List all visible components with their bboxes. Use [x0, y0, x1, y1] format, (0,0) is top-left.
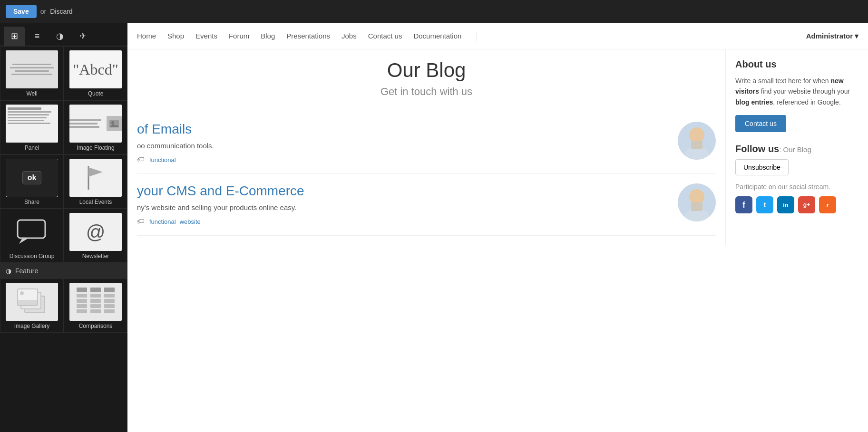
well-preview — [6, 50, 58, 88]
local-events-preview — [69, 159, 122, 197]
nav-forum[interactable]: Forum — [229, 32, 249, 40]
local-events-label: Local Events — [79, 199, 112, 205]
newsletter-label: Newsletter — [82, 253, 109, 259]
post-2-content: your CMS and E-Commerce ny's website and… — [137, 183, 668, 226]
snippet-newsletter[interactable]: @ Newsletter — [64, 209, 127, 263]
post-1-tags: 🏷 functional — [137, 155, 668, 164]
nav-home[interactable]: Home — [137, 32, 156, 40]
discussion-group-preview — [6, 213, 58, 251]
blog-post-1: of Emails oo communication tools. 🏷 func… — [137, 112, 716, 174]
nav-documentation[interactable]: Documentation — [413, 32, 461, 40]
share-preview: ok — [6, 159, 58, 197]
comparisons-label: Comparisons — [79, 323, 113, 329]
participate-text: Participate on our social stream. — [735, 183, 858, 191]
nav-admin[interactable]: Administrator ▾ — [806, 32, 858, 40]
blog-sidebar: About us Write a small text here for whe… — [725, 49, 858, 245]
post-2-avatar — [678, 183, 716, 221]
blog-title: Our Blog — [137, 59, 716, 82]
contact-us-button[interactable]: Contact us — [735, 115, 786, 132]
tab-send[interactable]: ✈ — [72, 27, 93, 46]
unsubscribe-button[interactable]: Unsubscribe — [735, 159, 789, 175]
nav-events[interactable]: Events — [195, 32, 217, 40]
nav-presentations[interactable]: Presentations — [286, 32, 330, 40]
linkedin-icon[interactable]: in — [777, 196, 794, 213]
about-text: Write a small text here for when new vis… — [735, 76, 858, 107]
ok-icon: ok — [22, 171, 42, 184]
comparisons-preview — [69, 283, 122, 321]
svg-point-31 — [689, 189, 704, 204]
post-1-title[interactable]: of Emails — [137, 122, 668, 137]
main-content: Home Shop Events Forum Blog Presentation… — [127, 23, 868, 432]
image-floating-label: Image Floating — [77, 144, 114, 151]
tab-chart[interactable]: ◑ — [49, 27, 70, 46]
nav-shop[interactable]: Shop — [167, 32, 184, 40]
follow-subtitle: : Our Blog — [779, 145, 811, 154]
svg-rect-18 — [90, 299, 101, 303]
svg-rect-11 — [77, 288, 87, 292]
svg-point-27 — [689, 127, 704, 143]
svg-rect-12 — [77, 294, 87, 298]
svg-rect-4 — [18, 220, 45, 238]
svg-rect-20 — [90, 309, 101, 313]
about-title: About us — [735, 59, 858, 70]
svg-rect-25 — [104, 309, 115, 313]
snippet-local-events[interactable]: Local Events — [64, 154, 127, 209]
discard-button[interactable]: Discard — [50, 8, 72, 15]
nav-jobs[interactable]: Jobs — [341, 32, 357, 40]
or-label: or — [40, 8, 46, 15]
social-icons: f t in g+ r — [735, 196, 858, 213]
tag-icon-2: 🏷 — [137, 217, 145, 226]
follow-us-section: Follow us: Our Blog — [735, 144, 858, 154]
post-2-desc: ny's website and selling your products o… — [137, 203, 668, 211]
svg-rect-14 — [77, 304, 87, 308]
snippet-image-gallery[interactable]: Image Gallery — [0, 278, 64, 333]
image-floating-preview — [69, 105, 122, 143]
snippet-quote[interactable]: "Abcd" Quote — [64, 46, 127, 100]
snippet-comparisons[interactable]: Comparisons — [64, 278, 127, 333]
nav-blog[interactable]: Blog — [261, 32, 275, 40]
tab-layout[interactable]: ⊞ — [4, 27, 25, 46]
svg-rect-16 — [90, 288, 101, 292]
tag-icon-1: 🏷 — [137, 155, 145, 164]
snippet-share[interactable]: ok Share — [0, 154, 64, 209]
snippet-panel[interactable]: Panel — [0, 100, 64, 154]
feature-label: Feature — [15, 267, 38, 275]
googleplus-icon[interactable]: g+ — [798, 196, 815, 213]
snippet-image-floating[interactable]: Image Floating — [64, 100, 127, 154]
feature-section-header: ◑ Feature — [0, 263, 127, 278]
snippet-discussion-group[interactable]: Discussion Group — [0, 209, 64, 263]
newsletter-preview: @ — [69, 213, 122, 251]
svg-rect-13 — [77, 299, 87, 303]
admin-chevron: ▾ — [855, 32, 858, 40]
post-1-avatar — [678, 122, 716, 160]
post-2-tag-website[interactable]: website — [180, 218, 201, 225]
snippet-well[interactable]: Well — [0, 46, 64, 100]
svg-rect-24 — [104, 304, 115, 308]
svg-rect-29 — [691, 141, 702, 149]
at-icon: @ — [86, 221, 106, 243]
nav-contact-us[interactable]: Contact us — [368, 32, 402, 40]
twitter-icon[interactable]: t — [756, 196, 773, 213]
top-bar: Save or Discard — [0, 0, 868, 23]
rss-icon[interactable]: r — [819, 196, 836, 213]
svg-point-9 — [20, 291, 24, 295]
svg-rect-15 — [77, 309, 87, 313]
post-2-title[interactable]: your CMS and E-Commerce — [137, 183, 668, 199]
svg-point-1 — [111, 121, 114, 124]
post-1-tag-functional[interactable]: functional — [149, 156, 176, 163]
share-label: Share — [24, 199, 39, 205]
blog-area: Our Blog Get in touch with us of Emails … — [127, 49, 868, 245]
nav-bar: Home Shop Events Forum Blog Presentation… — [127, 23, 868, 49]
facebook-icon[interactable]: f — [735, 196, 752, 213]
blog-post-2: your CMS and E-Commerce ny's website and… — [137, 174, 716, 236]
quote-icon: "Abcd" — [73, 61, 118, 78]
post-1-desc: oo communication tools. — [137, 142, 668, 150]
svg-rect-19 — [90, 304, 101, 308]
sidebar-tabs: ⊞ ≡ ◑ ✈ — [0, 23, 127, 46]
post-2-tag-functional[interactable]: functional — [149, 218, 176, 225]
svg-rect-21 — [104, 288, 115, 292]
save-button[interactable]: Save — [6, 5, 37, 18]
quote-label: Quote — [88, 90, 104, 97]
svg-marker-5 — [19, 238, 29, 244]
tab-text[interactable]: ≡ — [27, 27, 48, 46]
